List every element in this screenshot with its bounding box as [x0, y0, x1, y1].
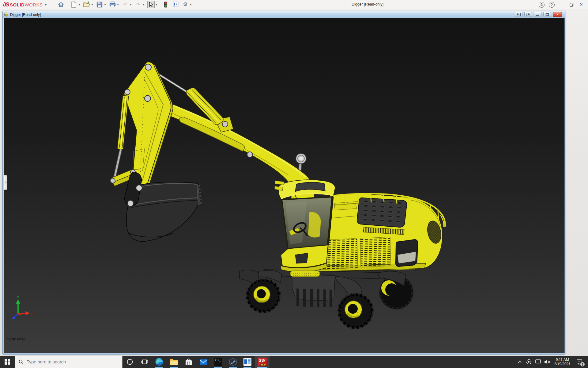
wheel-rear-left[interactable] [338, 293, 373, 328]
new-document-dropdown[interactable]: ▾ [77, 3, 81, 6]
save-button[interactable] [96, 1, 103, 8]
save-dropdown[interactable]: ▾ [103, 3, 107, 6]
triad-y-label: Y [17, 296, 19, 299]
system-tray: 9:11 AM 2/19/2021 1 [515, 356, 588, 368]
task-view-icon [141, 358, 148, 365]
taskbar-app-store[interactable] [181, 356, 196, 368]
split-left-icon [517, 13, 521, 16]
taskbar-app-hexagon[interactable] [225, 356, 240, 368]
meet-now-icon [526, 359, 532, 365]
solidworks-logo-mark: ∂S [3, 1, 9, 8]
options-button[interactable]: ⚙ [182, 1, 189, 8]
panel-collapse-tab[interactable] [4, 175, 7, 190]
taskbar-app-blue-panel[interactable] [240, 356, 255, 368]
hexagon-app-icon [229, 358, 237, 366]
edge-icon [155, 358, 164, 366]
app-minimize-button[interactable]: — [557, 0, 567, 9]
file-explorer-icon [170, 358, 178, 366]
redo-button[interactable]: ↷ [134, 1, 142, 8]
command-prompt-icon: C:\_ [214, 358, 222, 366]
file-properties-icon [173, 2, 179, 7]
save-icon [96, 2, 103, 8]
document-window: Digger [Read-only] [2, 11, 565, 355]
search-icon [19, 359, 24, 364]
tray-clock[interactable]: 9:11 AM 2/19/2021 [552, 358, 573, 366]
rebuild-stoplight-icon [164, 2, 168, 8]
tray-network[interactable] [533, 356, 543, 368]
taskbar-app-solidworks[interactable]: SW 2021 [255, 356, 270, 368]
print-dropdown[interactable]: ▾ [116, 3, 120, 6]
taskbar-app-file-explorer[interactable] [167, 356, 181, 368]
split-right-button[interactable] [524, 12, 532, 17]
task-view-button[interactable] [137, 356, 152, 368]
solidworks-app-icon: SW 2021 [258, 358, 267, 366]
new-document-button[interactable] [70, 1, 77, 8]
help-icon: ? [551, 3, 553, 6]
viewport-3d[interactable]: Y X *Dimetric [4, 18, 565, 353]
body-house[interactable] [313, 194, 445, 271]
solidworks-logo: ∂S SOLIDWORKS [3, 1, 43, 8]
restore-icon [570, 3, 574, 7]
split-right-icon [526, 13, 530, 16]
open-button[interactable] [83, 1, 90, 8]
cab[interactable] [275, 180, 335, 277]
taskbar-search[interactable] [15, 356, 123, 368]
action-center-button[interactable]: 1 [573, 356, 586, 368]
chevron-up-icon [518, 360, 522, 363]
tray-time: 9:11 AM [554, 358, 571, 362]
print-icon [109, 2, 116, 8]
blue-panel-app-icon [243, 358, 251, 366]
app-title: Digger [Read-only] [352, 2, 383, 6]
wheel-front-left[interactable] [247, 279, 280, 312]
store-icon [185, 358, 193, 366]
account-button[interactable] [539, 2, 545, 8]
home-icon [58, 2, 64, 8]
select-dropdown[interactable]: ▾ [155, 3, 158, 6]
document-minimize-button[interactable] [534, 12, 541, 17]
document-minimize-icon [536, 13, 540, 16]
app-window-controls: ? — × [537, 0, 586, 9]
options-dropdown[interactable]: ▾ [189, 3, 193, 6]
help-button[interactable]: ? [549, 2, 555, 8]
document-restore-button[interactable] [543, 12, 551, 17]
tray-chevron-up[interactable] [515, 356, 524, 368]
open-folder-icon [83, 2, 90, 8]
windows-logo-icon [5, 359, 10, 365]
app-restore-button[interactable] [567, 0, 576, 9]
tray-meet-now[interactable] [524, 356, 533, 368]
undo-dropdown[interactable]: ▾ [129, 3, 133, 6]
app-close-button[interactable]: × [576, 0, 586, 9]
document-titlebar[interactable]: Digger [Read-only] [3, 11, 565, 18]
taskbar: C:\_ SW 2021 [0, 356, 588, 368]
document-restore-icon [545, 13, 549, 16]
toolbar-flyout-arrow[interactable]: ▸ [45, 2, 47, 6]
cortana-icon [126, 358, 133, 365]
view-orientation-label: *Dimetric [7, 337, 26, 341]
quick-access-toolbar: . ▾ ▾ ▾ [57, 1, 194, 8]
volume-muted-icon [544, 359, 551, 365]
print-button[interactable] [109, 1, 116, 8]
search-input[interactable] [27, 359, 112, 364]
file-properties-button[interactable] [172, 1, 179, 8]
start-button[interactable] [0, 356, 15, 368]
taskbar-app-command-prompt[interactable]: C:\_ [211, 356, 225, 368]
excavator-model[interactable] [4, 18, 565, 353]
taskbar-app-mail[interactable] [196, 356, 211, 368]
arm-cylinder[interactable] [115, 95, 129, 178]
mail-icon [199, 358, 208, 366]
undo-button[interactable]: ↶ [122, 1, 129, 8]
select-button[interactable] [147, 1, 155, 8]
assembly-document-icon [4, 12, 9, 17]
open-dropdown[interactable]: ▾ [90, 3, 94, 6]
document-close-button[interactable]: × [553, 12, 562, 17]
app-titlebar: ∂S SOLIDWORKS ▸ . ▾ ▾ [0, 0, 588, 9]
taskbar-app-edge[interactable] [152, 356, 167, 368]
tray-volume-muted[interactable] [543, 356, 552, 368]
home-button[interactable] [57, 1, 65, 8]
cortana-button[interactable] [123, 356, 137, 368]
split-left-button[interactable] [515, 12, 522, 17]
network-icon [535, 359, 541, 365]
tray-date: 2/19/2021 [554, 362, 571, 366]
redo-dropdown[interactable]: ▾ [142, 3, 145, 6]
rebuild-button[interactable] [162, 1, 169, 8]
